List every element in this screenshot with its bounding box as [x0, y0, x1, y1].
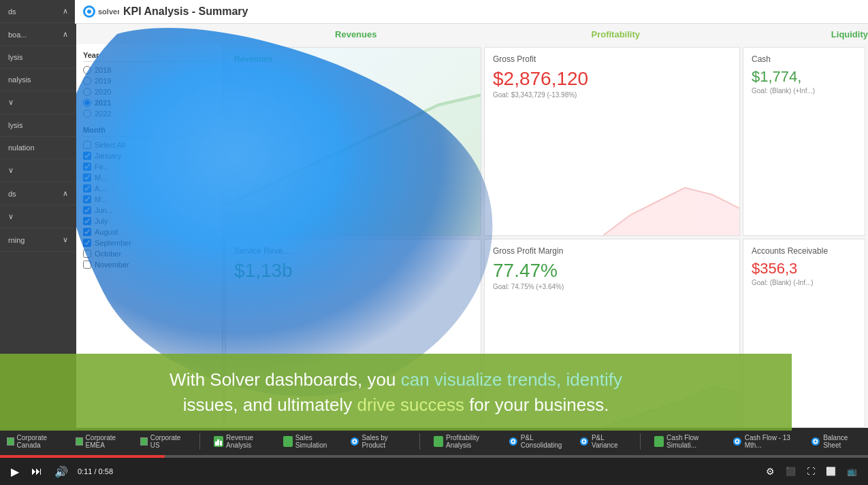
sidebar-item-nalysis[interactable]: nalysis — [0, 69, 76, 91]
sidebar-item-ds[interactable]: ds ∧ — [0, 0, 76, 23]
month-checkbox-aug[interactable] — [83, 228, 91, 236]
month-march[interactable]: M... — [83, 173, 215, 182]
month-april[interactable]: A... — [83, 184, 215, 193]
year-2022[interactable]: 2022 — [83, 110, 215, 118]
corp-emea-checkbox[interactable] — [76, 437, 83, 446]
play-button[interactable]: ▶ — [8, 464, 22, 480]
cashflow-sim-label: Cash Flow Simulati... — [666, 434, 722, 449]
pl-variance-label: P&L Variance — [592, 434, 627, 449]
sidebar-item-blank1[interactable]: ∨ — [0, 91, 76, 114]
svg-point-18 — [736, 440, 738, 442]
year-2020[interactable]: 2020 — [83, 88, 215, 96]
month-checkbox-feb[interactable] — [83, 163, 91, 171]
video-container: ds ∧ boa... ∧ lysis nalysis ∨ lysis nula… — [0, 0, 868, 485]
sidebar-item-lysis[interactable]: lysis — [0, 46, 76, 69]
month-checkbox-jan[interactable] — [83, 152, 91, 160]
month-june[interactable]: Jun... — [83, 206, 215, 214]
year-radio-2021[interactable] — [83, 99, 91, 107]
solver-logo: solver — [82, 4, 119, 19]
revenue-analysis-item[interactable]: Revenue Analysis — [214, 434, 272, 449]
settings-button[interactable]: ⚙ — [763, 465, 777, 478]
month-february[interactable]: Fe... — [83, 163, 215, 171]
progress-bar-fill — [0, 455, 165, 458]
sales-simulation-label: Sales Simulation — [295, 434, 339, 449]
chart-icon-revenue — [214, 436, 223, 447]
cashflow-sim-item[interactable]: Cash Flow Simulati... — [654, 434, 722, 449]
fullscreen-button[interactable]: ⛶ — [804, 465, 818, 478]
corp-canada-item[interactable]: Corporate Canada — [7, 434, 65, 449]
month-october[interactable]: October — [83, 250, 215, 258]
corp-us-label: Corporate US — [150, 434, 186, 449]
svg-text:solver: solver — [98, 7, 119, 16]
theater-button[interactable]: ⬛ — [783, 465, 799, 478]
month-november[interactable]: November — [83, 261, 215, 269]
gross-profit-title: Gross Profit — [493, 54, 731, 64]
title-bar: solver KPI Analysis - Summary — [75, 0, 868, 24]
month-checkbox-selectall[interactable] — [83, 141, 91, 149]
month-select-all[interactable]: Select All — [83, 141, 215, 149]
pl-consolidating-item[interactable]: P&L Consolidating — [509, 434, 568, 449]
banner-highlight2: drive success — [357, 395, 464, 415]
text-banner: With Solver dashboards, you can visualiz… — [0, 354, 792, 431]
year-radio-2019[interactable] — [83, 77, 91, 85]
year-radio-2018[interactable] — [83, 66, 91, 74]
month-january[interactable]: January — [83, 152, 215, 160]
month-checkbox-sep[interactable] — [83, 239, 91, 247]
month-august[interactable]: August — [83, 228, 215, 236]
gross-profit-margin-value: 77.47% — [493, 260, 731, 282]
category-headers: Revenues Profitability Liquidity — [76, 24, 868, 42]
year-radio-2022[interactable] — [83, 110, 91, 118]
accounts-receivable-value: $356,3 — [752, 260, 856, 278]
sidebar-item-blank3[interactable]: ∨ — [0, 205, 76, 229]
year-2021[interactable]: 2021 — [83, 99, 215, 107]
skip-forward-button[interactable]: ⏭ — [29, 464, 45, 479]
sales-simulation-item[interactable]: Sales Simulation — [283, 434, 339, 449]
year-radio-2020[interactable] — [83, 88, 91, 96]
month-may[interactable]: M... — [83, 195, 215, 203]
solver-icon-balance — [811, 436, 820, 447]
pl-variance-item[interactable]: P&L Variance — [579, 434, 626, 449]
svg-point-9 — [353, 440, 355, 442]
corp-emea-item[interactable]: Corporate EMEA — [76, 434, 129, 449]
profitability-analysis-item[interactable]: Profitability Analysis — [434, 434, 498, 449]
month-checkbox-jul[interactable] — [83, 217, 91, 225]
revenue-analysis-label: Revenue Analysis — [226, 434, 272, 449]
sidebar-item-blank2[interactable]: ∨ — [0, 159, 76, 182]
mute-button[interactable]: 🔊 — [52, 464, 71, 480]
svg-point-21 — [815, 440, 817, 442]
chart-icon-profit — [434, 436, 443, 447]
sidebar-item-ds2[interactable]: ds ∧ — [0, 182, 76, 205]
service-revenue-title: Service Reve... — [234, 246, 472, 256]
sidebar-item-boa[interactable]: boa... ∧ — [0, 23, 76, 46]
chevron-down-icon: ∨ — [8, 166, 14, 175]
sidebar-item-nulation[interactable]: nulation — [0, 137, 76, 159]
separator3 — [640, 433, 641, 450]
sales-by-product-item[interactable]: Sales by Product — [350, 434, 406, 449]
revenue-kpi-card: Revenues — [225, 47, 481, 236]
balance-sheet-item[interactable]: Balance Sheet — [811, 434, 861, 449]
sidebar-item-label: lysis — [8, 53, 22, 61]
service-revenue-value: $1,13b — [234, 260, 472, 282]
corp-canada-checkbox[interactable] — [7, 437, 14, 446]
month-checkbox-apr[interactable] — [83, 184, 91, 193]
cast-button[interactable]: 📺 — [844, 465, 860, 478]
month-checkbox-nov[interactable] — [83, 261, 91, 269]
month-july[interactable]: July — [83, 217, 215, 225]
month-checkbox-may[interactable] — [83, 195, 91, 203]
month-checkbox-jun[interactable] — [83, 206, 91, 214]
solver-icon-cf-13 — [733, 436, 742, 447]
month-checkbox-mar[interactable] — [83, 173, 91, 182]
month-september[interactable]: September — [83, 239, 215, 247]
year-2018[interactable]: 2018 — [83, 66, 215, 74]
month-checkbox-oct[interactable] — [83, 250, 91, 258]
year-2019[interactable]: 2019 — [83, 77, 215, 85]
sidebar-item-rning[interactable]: rning ∨ — [0, 229, 76, 252]
corp-us-checkbox[interactable] — [140, 437, 148, 446]
chevron-up-icon: ∧ — [63, 7, 68, 16]
miniplayer-button[interactable]: ⬜ — [823, 465, 839, 478]
cash-card: Cash $1,774, Goal: (Blank) (+Inf...) — [743, 47, 865, 236]
video-progress-bar[interactable] — [0, 455, 868, 458]
corp-us-item[interactable]: Corporate US — [140, 434, 186, 449]
cashflow-13mth-item[interactable]: Cash Flow - 13 Mth... — [733, 434, 801, 449]
sidebar-item-lysis2[interactable]: lysis — [0, 114, 76, 137]
